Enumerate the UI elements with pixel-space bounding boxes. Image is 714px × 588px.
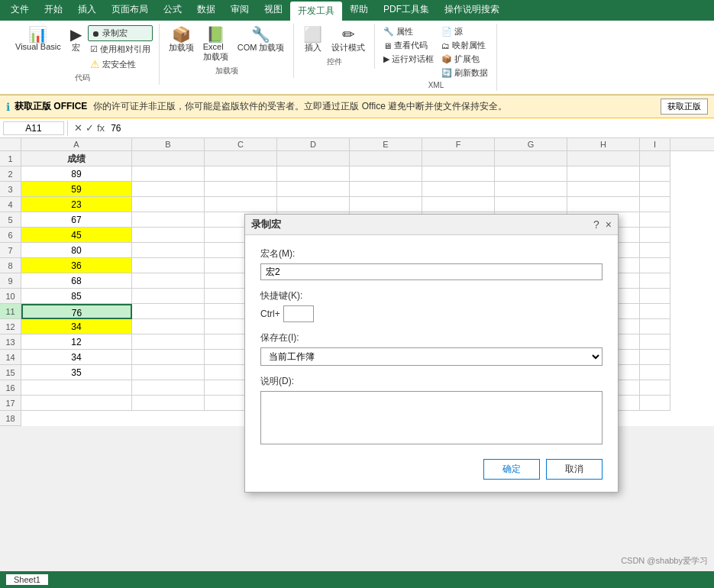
cell-i2[interactable] (640, 166, 670, 182)
cell-i5[interactable] (640, 212, 670, 228)
get-office-button[interactable]: 获取正版 (661, 99, 708, 115)
cell-c4[interactable] (205, 197, 277, 212)
cell-a8[interactable]: 36 (21, 258, 132, 273)
tab-search[interactable]: 操作说明搜索 (437, 0, 507, 21)
cell-f4[interactable] (422, 197, 495, 212)
cell-b14[interactable] (132, 350, 205, 365)
source-button[interactable]: 📄 源 (439, 25, 490, 38)
cell-b5[interactable] (132, 212, 205, 228)
cell-i9[interactable] (640, 273, 670, 289)
cell-e3[interactable] (350, 182, 422, 197)
cell-g3[interactable] (495, 182, 567, 197)
cell-a6[interactable]: 45 (21, 228, 132, 243)
cell-i16[interactable] (640, 380, 670, 396)
cell-i7[interactable] (640, 243, 670, 258)
cell-i10[interactable] (640, 289, 670, 304)
cell-e4[interactable] (350, 197, 422, 212)
com-addins-button[interactable]: 🔧 COM 加载项 (234, 25, 288, 55)
cell-h4[interactable] (567, 197, 640, 212)
design-mode-button[interactable]: ✏ 设计模式 (328, 25, 368, 55)
cell-i8[interactable] (640, 258, 670, 273)
cell-e2[interactable] (350, 166, 422, 182)
cell-a14[interactable]: 34 (21, 350, 132, 365)
cell-a5[interactable]: 67 (21, 212, 132, 228)
tab-data[interactable]: 数据 (189, 0, 223, 21)
cell-a12[interactable]: 34 (21, 319, 132, 334)
col-header-g[interactable]: G (495, 138, 567, 150)
formula-input[interactable] (108, 122, 711, 134)
macro-security-button[interactable]: ⚠ 宏安全性 (88, 57, 153, 71)
cell-i13[interactable] (640, 334, 670, 350)
col-header-b[interactable]: B (132, 138, 205, 150)
tab-start[interactable]: 开始 (37, 0, 70, 21)
cell-b8[interactable] (132, 258, 205, 273)
col-header-a[interactable]: A (21, 138, 132, 150)
tab-pdf[interactable]: PDF工具集 (376, 0, 437, 21)
view-code-button[interactable]: 🖥 查看代码 (381, 39, 436, 52)
cell-b16[interactable] (132, 380, 205, 396)
expand-pkg-button[interactable]: 📦 扩展包 (439, 53, 490, 66)
cell-i11[interactable] (640, 304, 670, 319)
cell-c3[interactable] (205, 182, 277, 197)
cell-a15[interactable]: 35 (21, 365, 132, 380)
excel-addins-button[interactable]: 📗 Excel加载项 (200, 25, 231, 64)
relative-ref-button[interactable]: ☑ 使用相对引用 (88, 43, 153, 56)
cell-h3[interactable] (567, 182, 640, 197)
cell-b7[interactable] (132, 243, 205, 258)
cell-b2[interactable] (132, 166, 205, 182)
cell-f1[interactable] (422, 151, 495, 166)
run-dialog-button[interactable]: ▶ 运行对话框 (381, 53, 436, 66)
cell-b10[interactable] (132, 289, 205, 304)
cell-f3[interactable] (422, 182, 495, 197)
tab-insert[interactable]: 插入 (70, 0, 104, 21)
cell-a9[interactable]: 68 (21, 273, 132, 289)
cell-b11[interactable] (132, 304, 205, 319)
cell-a13[interactable]: 12 (21, 334, 132, 350)
save-in-select[interactable]: 当前工作簿 个人宏工作簿 新工作簿 (260, 347, 603, 366)
cell-e1[interactable] (350, 151, 422, 166)
tab-developer[interactable]: 开发工具 (290, 2, 342, 21)
tab-formula[interactable]: 公式 (156, 0, 189, 21)
record-macro-button[interactable]: ⏺ 录制宏 (88, 25, 153, 41)
cancel-button[interactable]: 取消 (546, 459, 603, 480)
cell-g4[interactable] (495, 197, 567, 212)
tab-page-layout[interactable]: 页面布局 (104, 0, 156, 21)
cell-d4[interactable] (277, 197, 350, 212)
cell-f2[interactable] (422, 166, 495, 182)
cell-i1[interactable] (640, 151, 670, 166)
col-header-c[interactable]: C (205, 138, 277, 150)
cell-b12[interactable] (132, 319, 205, 334)
dialog-close-icon[interactable]: × (606, 218, 612, 231)
cell-d2[interactable] (277, 166, 350, 182)
tab-help[interactable]: 帮助 (342, 0, 376, 21)
cell-a2[interactable]: 89 (21, 166, 132, 182)
cell-b1[interactable] (132, 151, 205, 166)
cell-b17[interactable] (132, 396, 205, 411)
cell-a3[interactable]: 59 (21, 182, 132, 197)
cancel-formula-icon[interactable]: ✕ (74, 122, 82, 134)
cell-b15[interactable] (132, 365, 205, 380)
cell-b9[interactable] (132, 273, 205, 289)
col-header-e[interactable]: E (350, 138, 422, 150)
cell-ref-input[interactable] (3, 121, 64, 135)
cell-a1[interactable]: 成绩 (21, 151, 132, 166)
cell-c1[interactable] (205, 151, 277, 166)
refresh-data-button[interactable]: 🔄 刷新数据 (439, 66, 490, 79)
cell-g2[interactable] (495, 166, 567, 182)
sheet-tab-sheet1[interactable]: Sheet1 (6, 574, 48, 585)
tab-file[interactable]: 文件 (3, 0, 37, 21)
insert-function-icon[interactable]: fx (97, 122, 105, 134)
cell-h1[interactable] (567, 151, 640, 166)
cell-h2[interactable] (567, 166, 640, 182)
description-textarea[interactable] (260, 391, 603, 444)
cell-i6[interactable] (640, 228, 670, 243)
cell-a16[interactable] (21, 380, 132, 396)
cell-i15[interactable] (640, 365, 670, 380)
cell-a11[interactable]: 76 (21, 304, 132, 319)
cell-a4[interactable]: 23 (21, 197, 132, 212)
cell-i4[interactable] (640, 197, 670, 212)
shortcut-input[interactable] (283, 305, 314, 322)
confirm-formula-icon[interactable]: ✓ (86, 122, 94, 134)
tab-view[interactable]: 视图 (257, 0, 290, 21)
dialog-help-icon[interactable]: ? (593, 218, 599, 231)
